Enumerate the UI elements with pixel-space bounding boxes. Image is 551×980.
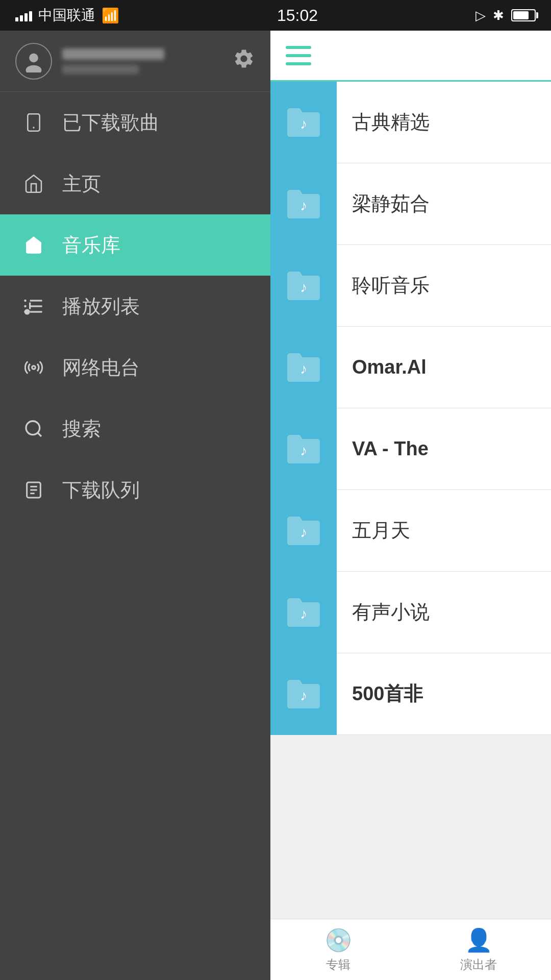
folder-icon-5: ♪ [270,408,337,490]
folder-name-2: 梁静茹合 [337,191,445,217]
svg-text:♪: ♪ [300,361,307,377]
status-bar: 中国联通 📶 15:02 ▷ ✱ [0,0,551,31]
sidebar-item-home[interactable]: 主页 [0,153,270,214]
folder-item-1[interactable]: ♪ 古典精选 [270,82,551,163]
svg-text:♪: ♪ [300,443,307,458]
svg-text:♪: ♪ [300,688,307,703]
svg-point-7 [24,309,30,315]
folder-icon-4: ♪ [270,327,337,408]
svg-text:♪: ♪ [300,198,307,213]
home-icon [20,170,47,197]
svg-text:♪: ♪ [300,524,307,540]
status-left: 中国联通 📶 [15,6,119,25]
folder-icon-8: ♪ [270,653,337,735]
folder-name-7: 有声小说 [337,599,445,625]
folder-item-2[interactable]: ♪ 梁静茹合 [270,163,551,245]
folder-name-5: VA - The [337,438,444,460]
playlist-icon [20,293,47,320]
battery-icon [511,9,536,21]
svg-text:♪: ♪ [300,116,307,132]
svg-text:♪: ♪ [300,606,307,622]
svg-point-0 [29,53,38,62]
bluetooth-icon: ✱ [493,8,504,23]
sidebar-label-downloaded: 已下载歌曲 [62,110,159,136]
sidebar-item-queue[interactable]: 下载队列 [0,459,270,521]
status-right: ▷ ✱ [475,8,536,23]
folder-item-4[interactable]: ♪ Omar.Al [270,327,551,408]
sidebar-label-search: 搜索 [62,416,101,442]
main-container: 已下载歌曲 主页 音乐库 [0,31,551,980]
menu-button[interactable] [286,46,311,65]
folder-item-6[interactable]: ♪ 五月天 [270,490,551,572]
folder-icon-1: ♪ [270,82,337,163]
svg-line-11 [38,433,41,436]
folder-name-1: 古典精选 [337,109,445,135]
settings-button[interactable] [233,47,255,75]
sidebar-label-queue: 下载队列 [62,477,140,503]
album-label: 专辑 [326,957,350,973]
folder-name-4: Omar.Al [337,356,442,378]
search-icon [20,415,47,442]
sidebar-label-library: 音乐库 [62,232,120,258]
folder-icon-7: ♪ [270,572,337,653]
signal-icon [15,9,32,21]
sidebar-item-search[interactable]: 搜索 [0,398,270,459]
library-icon [20,232,47,258]
sidebar-label-radio: 网络电台 [62,355,140,381]
folder-icon-3: ♪ [270,245,337,327]
queue-icon [20,477,47,503]
sidebar-item-library[interactable]: 音乐库 [0,214,270,276]
carrier-label: 中国联通 [38,6,95,25]
bottom-nav-artist[interactable]: 👤 演出者 [460,927,497,973]
folder-list: ♪ 古典精选 ♪ 梁静茹合 ♪ [270,82,551,919]
artist-icon: 👤 [465,927,493,953]
bottom-nav-album[interactable]: 💿 专辑 [324,927,353,973]
content-header [270,31,551,82]
folder-item-7[interactable]: ♪ 有声小说 [270,572,551,653]
sidebar-label-home: 主页 [62,171,101,197]
album-icon: 💿 [324,927,353,953]
user-sub-blurred [62,65,139,74]
folder-icon-6: ♪ [270,490,337,572]
wifi-icon: 📶 [102,7,119,24]
sidebar: 已下载歌曲 主页 音乐库 [0,31,270,980]
content-panel: ♪ 古典精选 ♪ 梁静茹合 ♪ [270,31,551,980]
svg-point-9 [32,366,36,370]
folder-name-6: 五月天 [337,518,425,544]
folder-icon-2: ♪ [270,163,337,245]
folder-name-3: 聆听音乐 [337,273,445,299]
svg-text:♪: ♪ [300,279,307,295]
svg-point-1 [26,65,42,72]
folder-name-8: 500首非 [337,681,438,707]
folder-item-3[interactable]: ♪ 聆听音乐 [270,245,551,327]
status-time: 15:02 [277,6,318,25]
folder-item-8[interactable]: ♪ 500首非 [270,653,551,735]
sidebar-item-downloaded[interactable]: 已下载歌曲 [0,92,270,153]
artist-label: 演出者 [460,957,497,973]
svg-point-10 [26,421,40,435]
user-profile[interactable] [0,31,270,92]
sidebar-item-radio[interactable]: 网络电台 [0,337,270,398]
sidebar-item-playlist[interactable]: 播放列表 [0,276,270,337]
location-icon: ▷ [475,8,486,23]
radio-icon [20,354,47,381]
sidebar-label-playlist: 播放列表 [62,293,140,320]
avatar [15,43,52,80]
user-name-blurred [62,48,164,60]
tablet-icon [20,109,47,136]
folder-item-5[interactable]: ♪ VA - The [270,408,551,490]
bottom-navigation: 💿 专辑 👤 演出者 [270,919,551,980]
user-info [62,48,233,74]
